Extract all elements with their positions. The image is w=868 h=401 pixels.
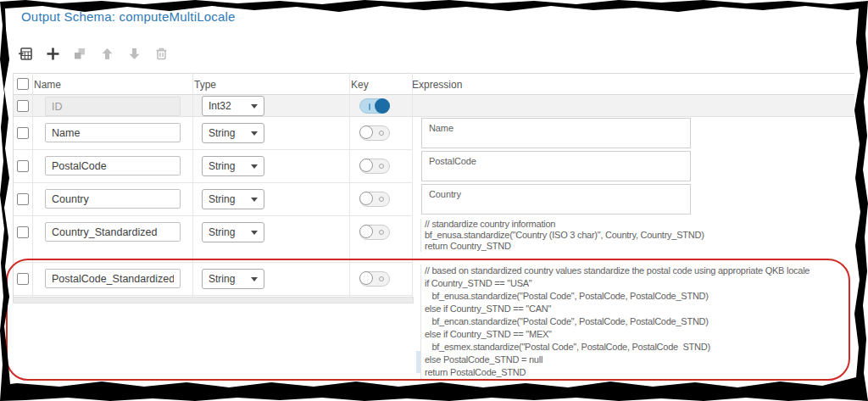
duplicate-icon bbox=[72, 46, 88, 64]
column-separator bbox=[32, 73, 33, 297]
toggle-knob bbox=[359, 125, 373, 139]
table-border bbox=[13, 73, 14, 304]
toolbar bbox=[15, 46, 171, 64]
table-row: String // standardize country informatio… bbox=[13, 216, 854, 263]
key-toggle[interactable] bbox=[359, 125, 390, 141]
column-name-input[interactable] bbox=[45, 156, 181, 175]
table-row: String Name bbox=[13, 117, 854, 150]
row-checkbox[interactable] bbox=[17, 226, 29, 238]
column-separator bbox=[349, 73, 350, 297]
page-title: Output Schema: computeMultiLocale bbox=[21, 9, 236, 24]
arrow-down-icon bbox=[126, 46, 142, 64]
toggle-knob bbox=[359, 159, 373, 172]
arrow-up-icon bbox=[99, 46, 115, 64]
type-dropdown-value: String bbox=[209, 273, 235, 285]
toggle-off-ring bbox=[379, 276, 384, 281]
column-header-expression: Expression bbox=[412, 79, 462, 91]
row-divider bbox=[13, 295, 412, 296]
toggle-knob bbox=[375, 98, 390, 114]
key-toggle[interactable] bbox=[359, 159, 390, 174]
key-toggle[interactable] bbox=[359, 192, 390, 207]
table-row: Int32 bbox=[13, 95, 854, 117]
table-header-row: Name Type Key Expression bbox=[13, 73, 854, 95]
type-dropdown[interactable]: String bbox=[202, 123, 264, 143]
type-dropdown-value: String bbox=[209, 127, 235, 139]
expression-input[interactable]: Name bbox=[421, 118, 691, 148]
column-separator bbox=[192, 73, 193, 297]
column-name-input[interactable] bbox=[45, 222, 181, 242]
toggle-off-ring bbox=[379, 230, 384, 235]
column-header-name: Name bbox=[34, 79, 61, 91]
column-header-key: Key bbox=[351, 79, 369, 91]
expression-input[interactable]: // based on standardized country values … bbox=[420, 265, 810, 379]
column-name-input[interactable] bbox=[45, 269, 181, 288]
toggle-knob bbox=[359, 271, 373, 285]
type-dropdown[interactable]: String bbox=[202, 269, 264, 289]
duplicate-column-button[interactable] bbox=[70, 46, 90, 64]
move-down-button[interactable] bbox=[124, 46, 144, 64]
column-separator bbox=[412, 73, 413, 297]
chevron-down-icon bbox=[251, 277, 258, 281]
chevron-down-icon bbox=[251, 131, 258, 136]
table-row: String Country bbox=[13, 183, 854, 216]
toggle-off-ring bbox=[379, 164, 384, 169]
row-checkbox[interactable] bbox=[17, 273, 29, 285]
horizontal-scrollbar[interactable] bbox=[13, 297, 414, 304]
toggle-on-bar bbox=[369, 103, 370, 110]
expression-scrollbar-thumb[interactable] bbox=[416, 351, 420, 373]
plus-icon bbox=[45, 46, 61, 64]
row-checkbox[interactable] bbox=[17, 100, 29, 112]
chevron-down-icon bbox=[251, 198, 258, 202]
chevron-down-icon bbox=[251, 164, 258, 169]
toggle-knob bbox=[359, 192, 373, 205]
chevron-down-icon bbox=[251, 231, 258, 235]
type-dropdown[interactable]: String bbox=[202, 189, 264, 209]
table-row: String // based on standardized country … bbox=[13, 263, 854, 296]
import-columns-button[interactable] bbox=[15, 46, 36, 64]
type-dropdown-value: String bbox=[209, 226, 235, 238]
trash-icon bbox=[153, 46, 170, 64]
chevron-down-icon bbox=[251, 104, 258, 109]
column-header-type: Type bbox=[194, 79, 216, 91]
delete-column-button[interactable] bbox=[151, 46, 171, 64]
screenshot-canvas: Output Schema: computeMultiLocale bbox=[0, 0, 868, 401]
row-checkbox[interactable] bbox=[17, 193, 29, 205]
toggle-knob bbox=[359, 225, 373, 238]
row-checkbox[interactable] bbox=[17, 160, 29, 172]
type-dropdown-value: String bbox=[209, 193, 235, 205]
add-column-button[interactable] bbox=[42, 46, 63, 64]
key-toggle[interactable] bbox=[359, 271, 390, 287]
column-name-input[interactable] bbox=[45, 123, 181, 142]
select-all-checkbox[interactable] bbox=[17, 78, 29, 90]
expression-input[interactable]: PostalCode bbox=[421, 151, 691, 181]
type-dropdown[interactable]: Int32 bbox=[202, 96, 264, 116]
row-checkbox[interactable] bbox=[17, 127, 29, 139]
import-columns-icon bbox=[18, 46, 34, 64]
type-dropdown-value: String bbox=[209, 160, 235, 172]
type-dropdown[interactable]: String bbox=[202, 156, 264, 176]
column-name-input[interactable] bbox=[45, 189, 181, 209]
column-name-input[interactable] bbox=[45, 97, 181, 116]
toggle-off-ring bbox=[379, 197, 384, 202]
type-dropdown-value: Int32 bbox=[209, 100, 231, 112]
expression-input[interactable]: Country bbox=[421, 184, 691, 214]
key-toggle[interactable] bbox=[359, 98, 390, 114]
expression-input[interactable]: // standardize country information bf_en… bbox=[420, 219, 704, 252]
table-row: String PostalCode bbox=[13, 150, 854, 183]
move-up-button[interactable] bbox=[97, 46, 117, 64]
type-dropdown[interactable]: String bbox=[202, 222, 264, 242]
toggle-off-ring bbox=[379, 131, 384, 136]
key-toggle[interactable] bbox=[359, 225, 390, 240]
